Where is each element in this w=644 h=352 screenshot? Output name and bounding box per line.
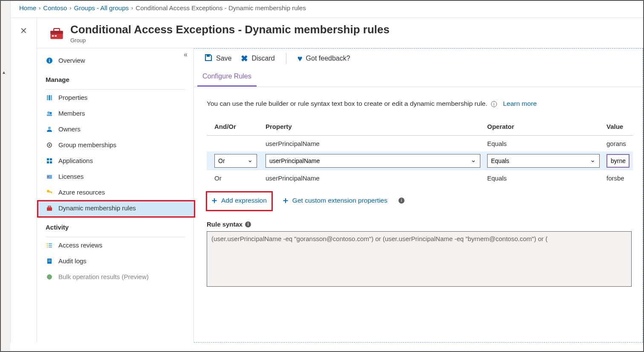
sidebar-item-owners[interactable]: Owners: [37, 121, 193, 137]
value-input[interactable]: [606, 154, 630, 168]
cell-operator: Equals: [484, 170, 603, 186]
breadcrumb-tenant[interactable]: Contoso: [43, 4, 67, 12]
svg-rect-3: [52, 35, 54, 37]
svg-rect-18: [50, 158, 52, 160]
table-row: Or userPrincipalName Equals forsbe: [207, 170, 633, 186]
col-header-andor: And/Or: [207, 119, 262, 136]
sidebar-section-activity: Activity: [37, 216, 193, 235]
sidebar-item-label: Overview: [58, 57, 85, 64]
discard-button[interactable]: ✖ Discard: [241, 53, 274, 64]
svg-point-14: [48, 127, 51, 129]
info-icon[interactable]: i: [245, 221, 251, 227]
sidebar-item-group-memberships[interactable]: Group memberships: [37, 137, 193, 153]
col-header-property: Property: [262, 119, 484, 136]
blade-header: Conditional Access Exceptions - Dynamic …: [37, 18, 643, 48]
info-icon: [46, 57, 53, 64]
sidebar-item-properties[interactable]: Properties: [37, 90, 193, 105]
close-icon[interactable]: ✕: [20, 26, 27, 36]
audit-log-icon: [46, 258, 53, 265]
svg-rect-7: [49, 59, 50, 60]
svg-point-12: [50, 112, 52, 114]
sidebar-item-members[interactable]: Members: [37, 105, 193, 121]
add-actions-row: ＋ Add expression ＋ Get custom extension …: [207, 192, 632, 209]
table-row-active: Or userPrincipalName: [207, 151, 633, 170]
get-custom-properties-button[interactable]: ＋ Get custom extension properties: [278, 192, 391, 209]
sidebar-section-manage: Manage: [37, 68, 193, 87]
sidebar-item-label: Members: [58, 110, 85, 117]
breadcrumb-groups[interactable]: Groups - All groups: [74, 4, 129, 12]
breadcrumb: Home › Contoso › Groups - All groups › C…: [11, 1, 643, 18]
briefcase-icon: [46, 205, 53, 212]
discard-label: Discard: [251, 55, 274, 62]
licenses-icon: [46, 173, 53, 180]
chevron-right-icon: ›: [69, 5, 71, 11]
svg-rect-33: [49, 247, 52, 247]
sidebar-item-label: Audit logs: [58, 257, 87, 265]
chevron-right-icon: ›: [131, 5, 133, 11]
info-icon[interactable]: i: [399, 198, 404, 204]
main-panel: Save ✖ Discard ♥ Got feedback?: [194, 48, 643, 343]
breadcrumb-home[interactable]: Home: [19, 4, 36, 12]
cell-property: userPrincipalName: [262, 136, 484, 152]
svg-rect-30: [47, 245, 48, 246]
sidebar-item-label: Bulk operation results (Preview): [58, 273, 149, 280]
rule-syntax-label: Rule syntax i: [207, 221, 632, 228]
cell-andor: [207, 136, 262, 152]
blade-body: « Overview Manage: [37, 48, 643, 343]
sidebar-item-audit-logs[interactable]: Audit logs: [37, 253, 193, 269]
feedback-button[interactable]: ♥ Got feedback?: [297, 54, 350, 64]
learn-more-link[interactable]: Learn more: [503, 100, 537, 107]
andor-select[interactable]: Or: [214, 154, 257, 168]
tabs: Configure Rules: [194, 68, 643, 87]
svg-rect-35: [48, 260, 51, 260]
operator-select[interactable]: Equals: [487, 154, 600, 168]
sidebar-item-azure-resources[interactable]: Azure resources: [37, 184, 193, 200]
outer-scrollbar[interactable]: ▴: [1, 1, 10, 351]
save-button[interactable]: Save: [204, 53, 231, 64]
add-expression-button[interactable]: ＋ Add expression: [207, 192, 270, 209]
sidebar-item-label: Owners: [58, 125, 81, 133]
svg-point-22: [48, 176, 49, 177]
sidebar-item-access-reviews[interactable]: Access reviews: [37, 237, 193, 253]
rule-syntax-textbox[interactable]: [207, 231, 632, 287]
svg-point-11: [47, 111, 50, 114]
tab-configure-rules[interactable]: Configure Rules: [197, 68, 257, 87]
svg-rect-25: [51, 192, 52, 193]
sidebar-item-licenses[interactable]: Licenses: [37, 169, 193, 184]
scroll-up-icon[interactable]: ▴: [3, 69, 5, 75]
properties-icon: [46, 94, 53, 101]
table-row: userPrincipalName Equals gorans: [207, 136, 633, 152]
page-title: Conditional Access Exceptions - Dynamic …: [70, 23, 390, 36]
cell-andor: Or: [207, 170, 262, 186]
sidebar-item-bulk-operations[interactable]: Bulk operation results (Preview): [37, 269, 193, 285]
info-icon[interactable]: i: [491, 101, 497, 107]
feedback-label: Got feedback?: [306, 55, 350, 62]
plus-icon: ＋: [210, 195, 219, 206]
intro-text: You can use the rule builder or rule syn…: [207, 100, 632, 108]
svg-rect-13: [47, 114, 52, 116]
svg-rect-8: [47, 95, 48, 100]
svg-rect-2: [54, 29, 60, 32]
blade-frame: Home › Contoso › Groups - All groups › C…: [10, 1, 643, 343]
cell-value: gorans: [603, 136, 633, 152]
svg-rect-38: [207, 55, 210, 57]
svg-rect-27: [48, 206, 51, 207]
svg-rect-29: [49, 243, 52, 244]
save-icon: [204, 53, 213, 64]
sidebar-item-overview[interactable]: Overview: [37, 52, 193, 68]
key-icon: [46, 189, 53, 196]
content-row: ✕ Conditional Access Exceptio: [11, 18, 643, 343]
svg-rect-6: [49, 60, 50, 62]
sidebar-item-applications[interactable]: Applications: [37, 153, 193, 169]
close-column: ✕: [11, 18, 37, 343]
svg-rect-4: [55, 35, 57, 37]
heart-icon: ♥: [297, 54, 303, 64]
toolbar: Save ✖ Discard ♥ Got feedback?: [194, 49, 643, 68]
property-select[interactable]: userPrincipalName: [266, 154, 480, 168]
svg-rect-19: [47, 161, 49, 163]
col-header-operator: Operator: [484, 119, 603, 136]
svg-rect-28: [47, 243, 48, 244]
svg-rect-9: [49, 95, 50, 100]
save-label: Save: [216, 55, 231, 62]
sidebar-item-dynamic-rules[interactable]: Dynamic membership rules: [37, 200, 193, 216]
